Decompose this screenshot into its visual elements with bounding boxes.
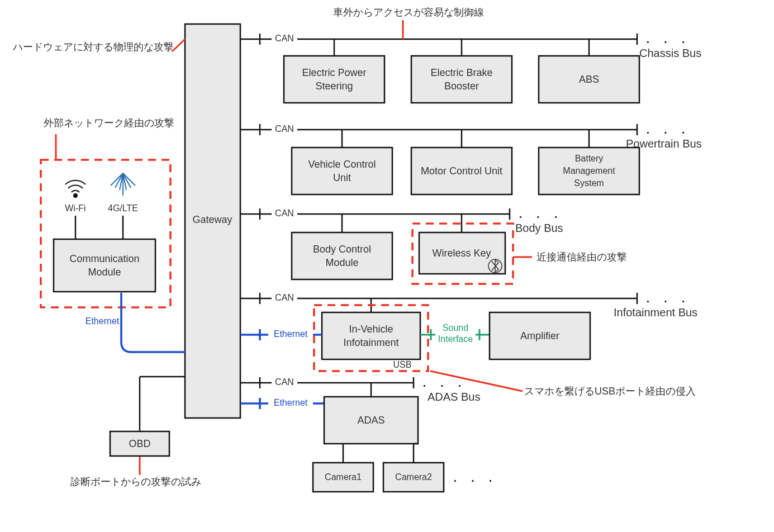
- comm-module-l2: Module: [88, 267, 121, 278]
- vcu-box: [292, 148, 392, 194]
- eps-l2: Steering: [315, 80, 353, 92]
- obd-label: OBD: [129, 438, 150, 449]
- vcu-l1: Vehicle Control: [308, 159, 376, 170]
- eps-box: [284, 56, 384, 103]
- can-label-chassis: CAN: [275, 34, 294, 43]
- annot-hw-attack-line: [172, 39, 185, 51]
- eth-label-adas: Ethernet: [274, 398, 308, 407]
- usb-label: USB: [393, 360, 412, 369]
- bms-l1: Battery: [575, 154, 604, 163]
- sound-l2: Interface: [438, 334, 473, 344]
- ebb-l1: Electric Brake: [430, 67, 492, 78]
- ivi-l2: Infotainment: [343, 337, 398, 348]
- ebb-box: [411, 56, 512, 103]
- bms-l2: Management: [563, 166, 615, 175]
- annotation-ext-net-attack: 外部ネットワーク経由の攻撃: [44, 117, 174, 129]
- eps-l1: Electric Power: [302, 67, 366, 78]
- bms-l3: System: [574, 178, 604, 188]
- sound-l1: Sound: [443, 323, 468, 332]
- can-label-pwt: CAN: [275, 124, 294, 134]
- cam1-label: Camera1: [325, 472, 362, 482]
- wifi-icon: [65, 180, 86, 197]
- ethernet-label-1: Ethernet: [86, 316, 120, 326]
- antenna-icon: [111, 173, 135, 196]
- lte-label: 4G/LTE: [108, 203, 138, 213]
- svg-point-0: [74, 194, 77, 197]
- amp-label: Amplifier: [520, 330, 559, 341]
- ivi-l1: In-Vehicle: [349, 324, 393, 335]
- adas-label: ADAS: [357, 415, 384, 426]
- adas-bus-label: ADAS Bus: [428, 391, 480, 403]
- annotation-ext-ctrl-line: 車外からアクセスが容易な制御線: [333, 7, 484, 18]
- can-label-adas: CAN: [275, 377, 294, 387]
- wk-label: Wireless Key: [432, 248, 491, 259]
- bcm-box: [292, 232, 392, 279]
- info-bus-label: Infotainment Bus: [614, 306, 697, 319]
- dots-pwt: . . .: [646, 120, 690, 137]
- dots-chassis: . . .: [646, 29, 690, 46]
- annotation-proximity: 近接通信経由の攻撃: [536, 251, 627, 263]
- ethernet-wire-comm: [121, 293, 185, 352]
- dots-cam: . . .: [453, 468, 497, 485]
- abs-label: ABS: [579, 74, 599, 85]
- comm-module-box: [54, 239, 155, 292]
- ivi-box: [322, 312, 420, 359]
- annotation-usb: スマホを繋げるUSBポート経由の侵入: [524, 386, 696, 397]
- gateway-label: Gateway: [192, 214, 232, 225]
- dots-adas: . . .: [422, 373, 467, 390]
- eth-label-ivi: Ethernet: [274, 329, 308, 339]
- dots-body: . . .: [519, 204, 563, 221]
- annotation-hw-attack: ハードウェアに対する物理的な攻撃: [12, 41, 174, 53]
- wifi-label: Wi-Fi: [65, 203, 86, 213]
- annotation-diag-port: 診断ポートからの攻撃の試み: [70, 476, 201, 487]
- can-label-body: CAN: [275, 208, 294, 218]
- cam2-label: Camera2: [395, 472, 432, 482]
- can-label-info: CAN: [275, 293, 294, 302]
- ebb-l2: Booster: [444, 80, 479, 92]
- vehicle-network-diagram: Gateway ハードウェアに対する物理的な攻撃 外部ネットワーク経由の攻撃 W…: [0, 0, 774, 532]
- chassis-bus-label: Chassis Bus: [639, 47, 701, 59]
- mcu-label: Motor Control Unit: [421, 165, 502, 177]
- bcm-l1: Body Control: [313, 244, 371, 255]
- vcu-l2: Unit: [333, 172, 351, 183]
- comm-module-l1: Communication: [69, 253, 139, 264]
- dots-info: . . .: [646, 288, 690, 306]
- body-bus-label: Body Bus: [515, 222, 563, 234]
- bcm-l2: Module: [325, 257, 358, 268]
